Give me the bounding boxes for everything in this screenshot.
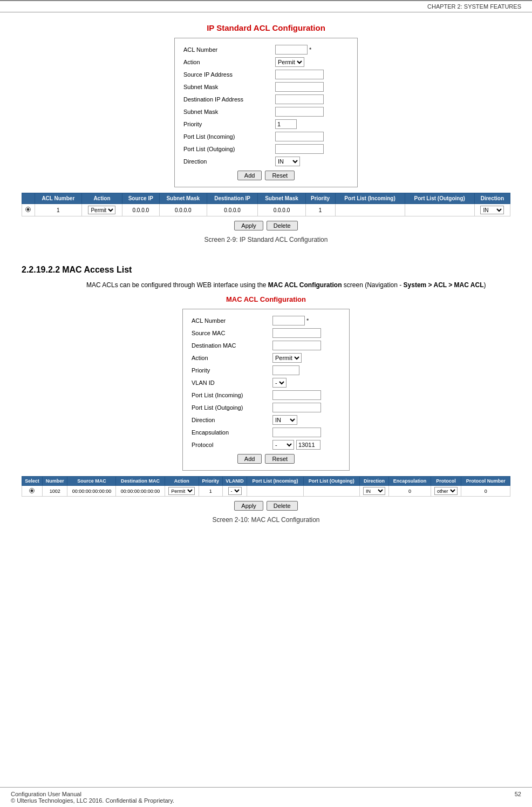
mac-acl-number-input[interactable] — [272, 316, 305, 325]
td-direction: IN OUT — [474, 204, 510, 216]
mac-acl-config-box: ACL Number * Source MAC Destination MAC — [182, 309, 350, 471]
priority-label: Priority — [183, 121, 275, 127]
direction-select[interactable]: IN OUT — [275, 157, 300, 166]
mac-td-source-mac: 00:00:00:00:00:00 — [67, 486, 116, 497]
table-btn-row: Apply Delete — [234, 221, 297, 230]
mac-direction-row: Direction IN OUT — [192, 415, 340, 425]
chapter-title: CHAPTER 2: SYSTEM FEATURES — [427, 3, 521, 10]
reset-button[interactable]: Reset — [265, 171, 295, 180]
subnet-mask-input1[interactable] — [275, 82, 324, 92]
mac-protocol-select[interactable]: - other — [272, 440, 294, 450]
source-ip-input[interactable] — [275, 70, 324, 79]
th-port-incoming: Port List (Incoming) — [335, 193, 405, 204]
mac-row-vlan-select[interactable]: - — [228, 487, 242, 495]
dest-ip-row: Destination IP Address — [183, 94, 349, 104]
mac-priority-input[interactable] — [272, 365, 299, 375]
mac-encap-label: Encapsulation — [192, 429, 272, 436]
table-row: 1 Permit Deny 0.0.0.0 0.0.0.0 0.0.0.0 0.… — [22, 204, 510, 216]
mac-td-action: Permit Deny — [165, 486, 199, 497]
priority-row: Priority — [183, 119, 349, 129]
dest-ip-input[interactable] — [275, 94, 324, 104]
mac-td-port-in — [247, 486, 303, 497]
apply-button[interactable]: Apply — [234, 221, 263, 230]
mac-vlan-row: VLAN ID - — [192, 378, 340, 388]
mac-th-action: Action — [165, 477, 199, 486]
mac-source-input[interactable] — [272, 328, 321, 338]
main-content: IP Standard ACL Configuration ACL Number… — [0, 12, 532, 787]
page-container: CHAPTER 2: SYSTEM FEATURES IP Standard A… — [0, 0, 532, 807]
mac-th-direction: Direction — [359, 477, 388, 486]
radio-select[interactable] — [25, 207, 31, 212]
desc-mid: screen (Navigation - — [342, 281, 404, 289]
mac-table-btn-row: Apply Delete — [234, 501, 297, 511]
dest-ip-label: Destination IP Address — [183, 96, 275, 103]
mac-direction-label: Direction — [192, 417, 272, 423]
mac-direction-select[interactable]: IN OUT — [272, 415, 297, 425]
mac-th-dest-mac: Destination MAC — [116, 477, 165, 486]
mac-th-port-in: Port List (Incoming) — [247, 477, 303, 486]
delete-button[interactable]: Delete — [267, 221, 298, 230]
mac-encap-input[interactable] — [272, 428, 321, 437]
row-action-select[interactable]: Permit Deny — [88, 206, 115, 214]
mac-add-button[interactable]: Add — [237, 454, 262, 464]
mac-th-port-out: Port List (Outgoing) — [303, 477, 359, 486]
mac-acl-number-row: ACL Number * — [192, 316, 340, 325]
mac-th-select: Select — [22, 477, 43, 486]
td-source-ip: 0.0.0.0 — [122, 204, 159, 216]
mac-source-row: Source MAC — [192, 328, 340, 338]
mac-radio-select[interactable] — [29, 488, 35, 493]
mac-protocol-row: Protocol - other — [192, 440, 340, 450]
priority-input[interactable] — [275, 119, 297, 129]
section-num: 2.2.19.2.2 — [22, 265, 60, 274]
mac-apply-button[interactable]: Apply — [234, 501, 263, 511]
mac-td-radio — [22, 486, 43, 497]
subnet-mask-label2: Subnet Mask — [183, 108, 275, 115]
acl-number-input[interactable] — [275, 45, 308, 55]
mac-row-protocol-select[interactable]: other — [434, 487, 458, 495]
th-action: Action — [81, 193, 122, 204]
mac-td-number: 1002 — [42, 486, 67, 497]
th-acl-number: ACL Number — [35, 193, 81, 204]
screen-caption-2: Screen 2-10: MAC ACL Configuration — [213, 516, 320, 524]
mac-port-incoming-label: Port List (Incoming) — [192, 392, 272, 398]
mac-vlan-select[interactable]: - — [272, 378, 287, 388]
mac-description: MAC ACLs can be configured through WEB i… — [22, 280, 510, 290]
td-radio — [22, 204, 35, 216]
mac-action-row: Action Permit Deny — [192, 353, 340, 363]
page-footer: Configuration User Manual © Ulterius Tec… — [0, 787, 532, 807]
mac-port-incoming-input[interactable] — [272, 390, 321, 400]
td-subnet-mask: 0.0.0.0 — [159, 204, 207, 216]
source-ip-label: Source IP Address — [183, 71, 275, 78]
port-outgoing-input[interactable] — [275, 144, 324, 154]
mac-td-encap: 0 — [389, 486, 431, 497]
td-port-incoming — [335, 204, 405, 216]
mac-protocol-num-input[interactable] — [296, 440, 320, 450]
add-button[interactable]: Add — [237, 171, 262, 180]
mac-td-vlanid: - — [222, 486, 247, 497]
mac-reset-button[interactable]: Reset — [265, 454, 295, 464]
desc-end: ) — [483, 281, 486, 289]
mac-table-row: 1002 00:00:00:00:00:00 00:00:00:00:00:00… — [22, 486, 510, 497]
mac-row-direction-select[interactable]: IN OUT — [363, 487, 385, 495]
mac-td-direction: IN OUT — [359, 486, 388, 497]
mac-th-vlanid: VLANID — [222, 477, 247, 486]
td-action: Permit Deny — [81, 204, 122, 216]
mac-port-outgoing-input[interactable] — [272, 403, 321, 412]
acl-number-row: ACL Number * — [183, 45, 349, 55]
mac-th-proto-num: Protocol Number — [461, 477, 510, 486]
action-select[interactable]: Permit Deny — [275, 57, 304, 67]
mac-delete-button[interactable]: Delete — [267, 501, 298, 511]
subnet-mask-input2[interactable] — [275, 107, 324, 117]
ip-acl-table-wrapper: ACL Number Action Source IP Subnet Mask … — [22, 193, 510, 216]
direction-label: Direction — [183, 158, 275, 165]
mac-row-action-select[interactable]: Permit Deny — [168, 487, 195, 495]
screen-caption-1: Screen 2-9: IP Standard ACL Configuratio… — [204, 236, 328, 243]
form-btn-row: Add Reset — [183, 171, 349, 180]
port-outgoing-label: Port List (Outgoing) — [183, 146, 275, 152]
mac-source-label: Source MAC — [192, 330, 272, 336]
mac-action-select[interactable]: Permit Deny — [272, 353, 302, 363]
mac-dest-input[interactable] — [272, 341, 321, 350]
mac-protocol-label: Protocol — [192, 442, 272, 448]
port-incoming-input[interactable] — [275, 132, 324, 141]
row-direction-select[interactable]: IN OUT — [480, 206, 504, 214]
